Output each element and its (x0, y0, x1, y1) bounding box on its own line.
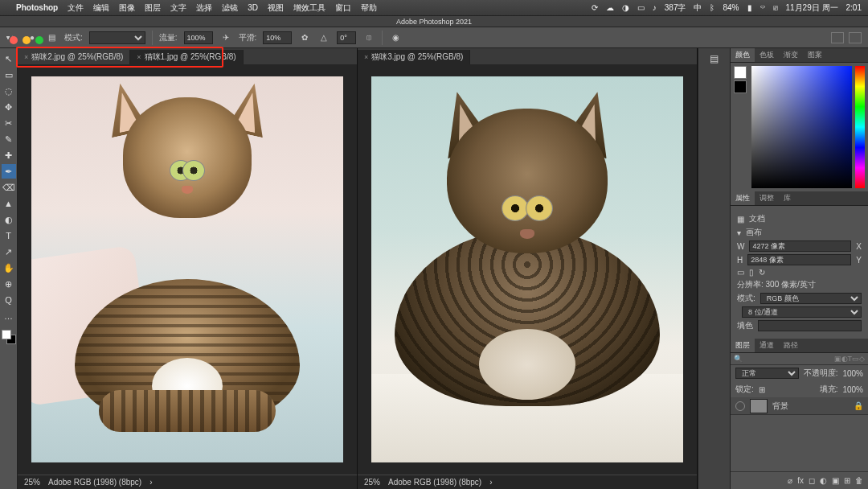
tab-layers[interactable]: 图层 (731, 339, 755, 352)
rotate-icon[interactable]: ↻ (759, 268, 765, 277)
wechat-icon[interactable]: ◑ (622, 3, 629, 12)
angle-input[interactable] (337, 31, 356, 44)
filter-icon[interactable]: ▭ (852, 355, 859, 363)
canvas-section[interactable]: ▾ (737, 228, 741, 237)
orient-icon[interactable]: ▯ (749, 268, 754, 277)
marquee-tool[interactable]: ▭ (2, 68, 16, 82)
crop-tool[interactable]: ✂ (2, 116, 16, 130)
menu-edit[interactable]: 编辑 (93, 2, 109, 14)
opacity-value[interactable]: 100% (842, 369, 863, 378)
depth-select[interactable]: 8 位/通道 (742, 306, 862, 318)
close-icon[interactable]: × (137, 53, 141, 61)
tab-color[interactable]: 颜色 (731, 48, 755, 62)
layer-thumbnail[interactable] (750, 399, 768, 413)
move-tool[interactable]: ↖ (2, 51, 16, 66)
zoom-level[interactable]: 25% (364, 478, 380, 487)
menu-window[interactable]: 窗口 (335, 2, 351, 14)
hue-slider[interactable] (855, 66, 865, 188)
symmetry-icon[interactable]: ⎅ (362, 31, 375, 44)
tab-adjustments[interactable]: 调整 (755, 191, 779, 205)
gear-icon[interactable]: ✿ (298, 31, 311, 44)
hand-tool[interactable]: ✋ (2, 261, 16, 275)
menu-type[interactable]: 文字 (170, 2, 186, 14)
airbrush-icon[interactable]: ✈ (219, 31, 232, 44)
document-tab[interactable]: × 猫咪1.jpg @ 25%(RGB/8) (130, 50, 243, 64)
fx-icon[interactable]: fx (797, 476, 804, 485)
color-profile[interactable]: Adobe RGB (1998) (8bpc) (48, 478, 141, 487)
menu-image[interactable]: 图像 (119, 2, 135, 14)
chevron-right-icon[interactable]: › (489, 478, 492, 487)
pressure-icon[interactable]: ◉ (389, 31, 402, 44)
filter-icon[interactable]: ◐ (841, 355, 848, 363)
document-tab[interactable]: × 猫咪3.jpg @ 25%(RGB/8) (358, 50, 470, 64)
menu-view[interactable]: 视图 (268, 2, 284, 14)
wifi-icon[interactable]: ⌔ (760, 3, 765, 12)
fg-color[interactable] (734, 66, 747, 79)
blend-mode-select[interactable] (89, 31, 145, 44)
menu-filter[interactable]: 滤镜 (222, 2, 238, 14)
quickmask-tool[interactable]: Q (2, 293, 16, 307)
zoom-button[interactable] (35, 36, 43, 44)
layer-row[interactable]: 背景 🔒 (731, 397, 868, 415)
tab-channels[interactable]: 通道 (755, 339, 779, 352)
trash-icon[interactable]: 🗑 (855, 476, 863, 485)
tab-libraries[interactable]: 库 (779, 191, 796, 205)
display-icon[interactable]: ▭ (637, 3, 645, 12)
filter-icon[interactable]: ◇ (859, 355, 865, 363)
menu-select[interactable]: 选择 (196, 2, 212, 14)
color-swatch[interactable] (2, 330, 16, 344)
close-button[interactable] (10, 36, 18, 44)
tab-paths[interactable]: 路径 (779, 339, 803, 352)
chevron-down-icon[interactable]: ▾ (6, 34, 10, 41)
fill-value[interactable]: 100% (842, 385, 863, 394)
lock-icon[interactable]: ⊞ (759, 385, 765, 394)
color-profile[interactable]: Adobe RGB (1998) (8bpc) (388, 478, 481, 487)
workspace-button[interactable] (849, 32, 862, 43)
dodge-tool[interactable]: ◐ (2, 212, 16, 227)
music-icon[interactable]: ♪ (653, 3, 657, 12)
menu-help[interactable]: 帮助 (361, 2, 377, 14)
menu-plugins[interactable]: 增效工具 (293, 2, 326, 14)
flow-input[interactable] (184, 31, 213, 44)
minimize-button[interactable] (23, 36, 31, 44)
app-menu[interactable]: Photoshop (16, 3, 58, 12)
color-picker[interactable] (731, 63, 868, 191)
menu-layer[interactable]: 图层 (145, 2, 161, 14)
tab-properties[interactable]: 属性 (731, 191, 755, 205)
eyedropper-tool[interactable]: ✎ (2, 132, 16, 146)
tab-gradients[interactable]: 渐变 (779, 48, 803, 62)
canvas-right[interactable] (358, 64, 697, 475)
color-field[interactable] (751, 66, 852, 188)
heal-tool[interactable]: ✚ (2, 148, 16, 162)
canvas-left[interactable] (18, 64, 357, 475)
zoom-tool[interactable]: ⊕ (2, 277, 16, 291)
input-icon[interactable]: 中 (694, 2, 702, 14)
path-tool[interactable]: ↗ (2, 244, 16, 259)
visibility-icon[interactable] (735, 401, 745, 411)
height-input[interactable] (747, 254, 851, 265)
lasso-tool[interactable]: ◌ (2, 84, 16, 98)
close-icon[interactable]: × (24, 53, 28, 61)
chevron-right-icon[interactable]: › (149, 478, 152, 487)
close-icon[interactable]: × (364, 53, 368, 61)
width-input[interactable] (749, 240, 851, 252)
orient-icon[interactable]: ▭ (737, 268, 744, 277)
blend-select[interactable]: 正常 (735, 368, 799, 379)
new-layer-icon[interactable]: ⊞ (844, 476, 850, 485)
eraser-tool[interactable]: ⌫ (2, 180, 16, 195)
zoom-level[interactable]: 25% (24, 478, 40, 487)
menu-3d[interactable]: 3D (248, 3, 258, 12)
wand-tool[interactable]: ✥ (2, 100, 16, 114)
panel-icon[interactable]: ▤ (710, 53, 719, 64)
gradient-tool[interactable]: ▲ (2, 196, 16, 211)
bt-icon[interactable]: ᛒ (710, 3, 714, 12)
tab-swatches[interactable]: 色板 (755, 48, 779, 62)
fill-swatch[interactable] (758, 320, 862, 331)
control-center-icon[interactable]: ⎚ (773, 3, 778, 12)
filter-icon[interactable]: ▣ (834, 355, 841, 363)
more-tools[interactable]: … (2, 309, 16, 323)
mode-select[interactable]: RGB 颜色 (760, 293, 862, 304)
brush-tool[interactable]: ✒ (2, 164, 16, 179)
type-tool[interactable]: T (2, 228, 16, 243)
link-icon[interactable]: ⌀ (788, 476, 792, 485)
